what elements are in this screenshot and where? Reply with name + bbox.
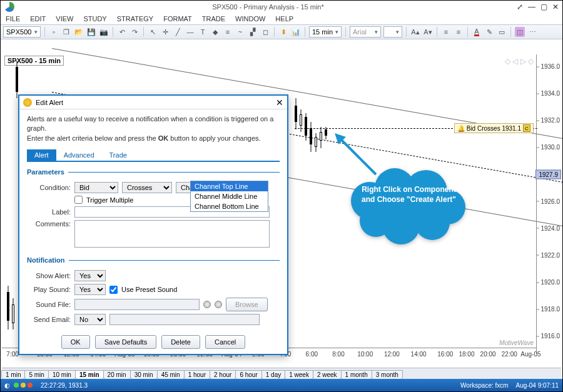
- condition-label: Condition:: [27, 184, 71, 191]
- status-dot-2: [21, 383, 26, 388]
- tab-1month[interactable]: 1 month: [341, 370, 372, 379]
- tab-1hour[interactable]: 1 hour: [184, 370, 210, 379]
- menu-study[interactable]: STUDY: [83, 15, 106, 23]
- alert-marker[interactable]: 🔔 Bid Crosses 1931.1 C: [454, 123, 534, 133]
- menu-format[interactable]: FORMAT: [163, 15, 192, 23]
- comments-input[interactable]: [74, 220, 270, 248]
- email-input: [109, 314, 260, 325]
- font-color-icon[interactable]: A: [472, 27, 482, 37]
- chart-type-icon[interactable]: ⬍: [278, 27, 288, 37]
- settings-icon[interactable]: ◫: [515, 27, 525, 37]
- menu-edit[interactable]: EDIT: [30, 15, 46, 23]
- cursor-icon[interactable]: ↖: [148, 27, 158, 37]
- sound-file-input: [74, 299, 200, 310]
- condition-dropdown-list[interactable]: Channel Top Line Channel Middle Line Cha…: [190, 181, 268, 212]
- menu-window[interactable]: WINDOW: [235, 15, 265, 23]
- cancel-button[interactable]: Cancel: [205, 335, 245, 349]
- bell-icon: 🔔: [457, 125, 465, 132]
- trigger-multiple-checkbox[interactable]: [74, 196, 83, 204]
- tab-2week[interactable]: 2 week: [313, 370, 342, 379]
- menu-view[interactable]: VIEW: [56, 15, 73, 23]
- send-email-select[interactable]: No: [74, 314, 106, 325]
- menubar: FILE EDIT VIEW STUDY STRATEGY FORMAT TRA…: [1, 13, 562, 24]
- dropdown-opt-top[interactable]: Channel Top Line: [191, 181, 268, 191]
- draw-hline-icon[interactable]: —: [185, 27, 195, 37]
- chart-nav[interactable]: ◇ ◁ ▷ ◇: [505, 57, 534, 66]
- new-icon[interactable]: ▫: [49, 27, 59, 37]
- undo-icon[interactable]: ↶: [117, 27, 127, 37]
- sound-file-label: Sound File:: [27, 301, 71, 308]
- dialog-tab-alert[interactable]: Alert: [27, 149, 56, 161]
- condition-field2[interactable]: Crosses: [122, 182, 172, 193]
- align-mid-icon[interactable]: ≡: [454, 27, 464, 37]
- open-icon[interactable]: 📂: [74, 27, 84, 37]
- marker-icon[interactable]: ◆: [210, 27, 220, 37]
- font-size-combo[interactable]: [383, 26, 402, 38]
- parameters-legend: Parameters: [27, 168, 68, 176]
- timeframe-combo[interactable]: 15 min: [309, 26, 342, 38]
- menu-file[interactable]: FILE: [6, 15, 20, 23]
- tab-1day[interactable]: 1 day: [261, 370, 285, 379]
- dialog-description: Alerts are a useful way to receive a not…: [27, 114, 280, 143]
- dialog-tab-trade[interactable]: Trade: [102, 149, 134, 161]
- chart-style-icon[interactable]: 📊: [291, 27, 301, 37]
- arrow-right: [332, 131, 395, 181]
- tab-3month[interactable]: 3 month: [372, 370, 403, 379]
- font-dec-icon[interactable]: A▾: [423, 27, 433, 37]
- menu-trade[interactable]: TRADE: [202, 15, 225, 23]
- tab-1week[interactable]: 1 week: [285, 370, 313, 379]
- use-preset-checkbox[interactable]: [109, 286, 118, 294]
- tab-5min[interactable]: 5 min: [24, 370, 48, 379]
- save-icon[interactable]: 💾: [86, 27, 96, 37]
- shape-icon[interactable]: ◻: [260, 27, 270, 37]
- window-title: SPX500 - Primary Analysis - 15 min*: [19, 3, 517, 11]
- dropdown-opt-mid[interactable]: Channel Middle Line: [191, 191, 268, 201]
- menu-strategy[interactable]: STRATEGY: [117, 15, 153, 23]
- status-logo-icon: ◐: [4, 382, 10, 389]
- dialog-title: Edit Alert: [36, 99, 63, 106]
- delete-button[interactable]: Delete: [161, 335, 200, 349]
- edit-alert-dialog: Edit Alert ✕ Alerts are a useful way to …: [18, 94, 288, 355]
- tab-1min[interactable]: 1 min: [1, 370, 25, 379]
- menu-help[interactable]: HELP: [275, 15, 293, 23]
- play-sound-select[interactable]: Yes: [74, 284, 106, 295]
- sound-slider[interactable]: [203, 301, 211, 308]
- text-icon[interactable]: T: [198, 27, 208, 37]
- tab-30min[interactable]: 30 min: [130, 370, 158, 379]
- symbol-combo[interactable]: SPX500: [3, 26, 41, 38]
- draw-line-icon[interactable]: ╱: [173, 27, 183, 37]
- close-icon[interactable]: ✕: [552, 3, 559, 11]
- play-sound-label: Play Sound:: [27, 286, 71, 293]
- dropdown-opt-bot[interactable]: Channel Bottom Line: [191, 201, 268, 211]
- dialog-tab-advanced[interactable]: Advanced: [56, 149, 102, 161]
- tab-45min[interactable]: 45 min: [157, 370, 185, 379]
- fib-icon[interactable]: ≡: [223, 27, 233, 37]
- condition-field1[interactable]: Bid: [74, 182, 118, 193]
- sound-slider-2[interactable]: [215, 301, 222, 308]
- maximize-icon[interactable]: ▢: [540, 3, 547, 11]
- highlight-icon[interactable]: ✎: [484, 27, 494, 37]
- camera-icon[interactable]: 📷: [99, 27, 109, 37]
- wave-icon[interactable]: ~: [235, 27, 245, 37]
- redo-icon[interactable]: ↷: [129, 27, 139, 37]
- tab-6hour[interactable]: 6 hour: [235, 370, 261, 379]
- font-inc-icon[interactable]: A▴: [410, 27, 420, 37]
- fill-icon[interactable]: ▭: [497, 27, 507, 37]
- more-icon[interactable]: ⋯: [527, 27, 537, 37]
- font-combo[interactable]: Arial: [350, 26, 381, 38]
- crosshair-icon[interactable]: ✛: [160, 27, 170, 37]
- tab-2hour[interactable]: 2 hour: [210, 370, 236, 379]
- send-email-label: Send Email:: [27, 316, 71, 323]
- pattern-icon[interactable]: ▞: [248, 27, 258, 37]
- expand-icon[interactable]: ⤢: [517, 3, 523, 11]
- align-left-icon[interactable]: ≡: [441, 27, 451, 37]
- ok-button[interactable]: OK: [61, 335, 90, 349]
- dialog-close-icon[interactable]: ✕: [276, 98, 283, 108]
- copy-icon[interactable]: ❐: [61, 27, 71, 37]
- minimize-icon[interactable]: —: [528, 3, 535, 11]
- tab-10min[interactable]: 10 min: [48, 370, 76, 379]
- tab-15min[interactable]: 15 min: [75, 370, 104, 379]
- tab-20min[interactable]: 20 min: [103, 370, 131, 379]
- show-alert-select[interactable]: Yes: [74, 270, 106, 281]
- save-defaults-button[interactable]: Save Defaults: [95, 335, 156, 349]
